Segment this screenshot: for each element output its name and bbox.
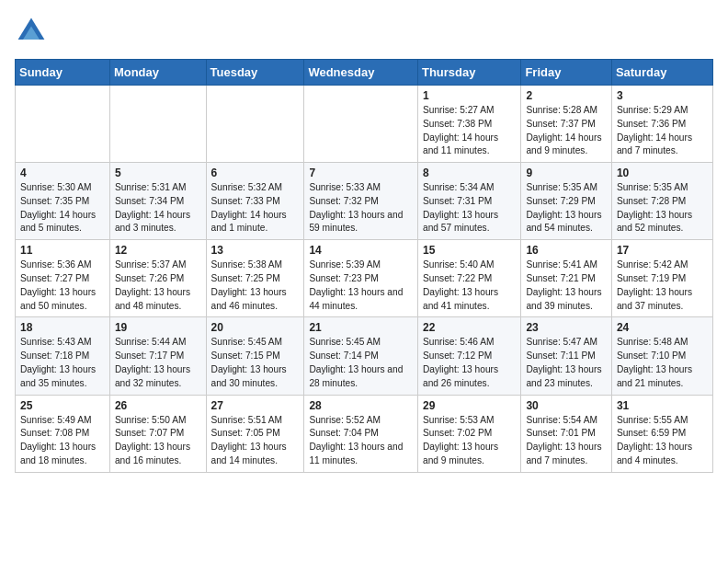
day-info: Sunrise: 5:49 AM Sunset: 7:08 PM Dayligh… [20,414,105,468]
header-saturday: Saturday [611,60,712,86]
day-info: Sunrise: 5:40 AM Sunset: 7:22 PM Dayligh… [423,259,516,313]
day-info: Sunrise: 5:38 AM Sunset: 7:25 PM Dayligh… [211,259,300,313]
day-info: Sunrise: 5:55 AM Sunset: 6:59 PM Dayligh… [617,414,708,468]
calendar-header-row: SundayMondayTuesdayWednesdayThursdayFrid… [16,60,713,86]
logo-icon [15,15,48,48]
calendar-cell: 28Sunrise: 5:52 AM Sunset: 7:04 PM Dayli… [304,395,418,472]
calendar-cell: 1Sunrise: 5:27 AM Sunset: 7:38 PM Daylig… [417,86,520,163]
day-number: 5 [115,167,201,179]
logo [15,15,53,48]
day-number: 26 [115,399,201,412]
calendar-cell: 15Sunrise: 5:40 AM Sunset: 7:22 PM Dayli… [417,240,520,317]
week-row-1: 1Sunrise: 5:27 AM Sunset: 7:38 PM Daylig… [16,86,713,163]
day-info: Sunrise: 5:42 AM Sunset: 7:19 PM Dayligh… [617,259,708,313]
day-number: 11 [20,244,105,257]
calendar-cell: 20Sunrise: 5:45 AM Sunset: 7:15 PM Dayli… [206,317,304,395]
day-info: Sunrise: 5:28 AM Sunset: 7:37 PM Dayligh… [526,104,606,158]
page-header [15,15,713,48]
day-number: 10 [617,167,708,179]
header-thursday: Thursday [417,60,520,86]
day-number: 2 [526,89,606,102]
day-info: Sunrise: 5:41 AM Sunset: 7:21 PM Dayligh… [526,259,606,313]
day-number: 25 [20,399,105,412]
day-number: 6 [211,167,300,179]
calendar-cell: 30Sunrise: 5:54 AM Sunset: 7:01 PM Dayli… [521,395,611,472]
calendar-cell: 7Sunrise: 5:33 AM Sunset: 7:32 PM Daylig… [304,163,418,240]
day-info: Sunrise: 5:39 AM Sunset: 7:23 PM Dayligh… [309,259,413,313]
calendar-cell: 12Sunrise: 5:37 AM Sunset: 7:26 PM Dayli… [109,240,206,317]
calendar-cell: 5Sunrise: 5:31 AM Sunset: 7:34 PM Daylig… [109,163,206,240]
day-number: 30 [526,399,606,412]
header-wednesday: Wednesday [304,60,418,86]
header-tuesday: Tuesday [206,60,304,86]
week-row-2: 4Sunrise: 5:30 AM Sunset: 7:35 PM Daylig… [16,163,713,240]
calendar-cell: 14Sunrise: 5:39 AM Sunset: 7:23 PM Dayli… [304,240,418,317]
day-info: Sunrise: 5:45 AM Sunset: 7:15 PM Dayligh… [211,336,300,390]
day-number: 8 [423,167,516,179]
calendar-cell [304,86,418,163]
calendar-cell: 24Sunrise: 5:48 AM Sunset: 7:10 PM Dayli… [611,317,712,395]
calendar-cell: 26Sunrise: 5:50 AM Sunset: 7:07 PM Dayli… [109,395,206,472]
day-info: Sunrise: 5:31 AM Sunset: 7:34 PM Dayligh… [115,181,201,236]
calendar-cell: 6Sunrise: 5:32 AM Sunset: 7:33 PM Daylig… [206,163,304,240]
calendar-cell: 22Sunrise: 5:46 AM Sunset: 7:12 PM Dayli… [417,317,520,395]
calendar-cell: 18Sunrise: 5:43 AM Sunset: 7:18 PM Dayli… [16,317,110,395]
day-number: 22 [423,321,516,334]
calendar-cell: 8Sunrise: 5:34 AM Sunset: 7:31 PM Daylig… [417,163,520,240]
calendar-cell: 16Sunrise: 5:41 AM Sunset: 7:21 PM Dayli… [521,240,611,317]
day-number: 20 [211,321,300,334]
day-info: Sunrise: 5:35 AM Sunset: 7:29 PM Dayligh… [526,181,606,236]
calendar-table: SundayMondayTuesdayWednesdayThursdayFrid… [15,59,713,473]
day-info: Sunrise: 5:27 AM Sunset: 7:38 PM Dayligh… [423,104,516,158]
calendar-cell: 17Sunrise: 5:42 AM Sunset: 7:19 PM Dayli… [611,240,712,317]
day-number: 27 [211,399,300,412]
day-info: Sunrise: 5:44 AM Sunset: 7:17 PM Dayligh… [115,336,201,390]
calendar-cell: 4Sunrise: 5:30 AM Sunset: 7:35 PM Daylig… [16,163,110,240]
calendar-cell: 29Sunrise: 5:53 AM Sunset: 7:02 PM Dayli… [417,395,520,472]
calendar-cell: 9Sunrise: 5:35 AM Sunset: 7:29 PM Daylig… [521,163,611,240]
calendar-cell: 19Sunrise: 5:44 AM Sunset: 7:17 PM Dayli… [109,317,206,395]
calendar-cell: 23Sunrise: 5:47 AM Sunset: 7:11 PM Dayli… [521,317,611,395]
day-info: Sunrise: 5:32 AM Sunset: 7:33 PM Dayligh… [211,181,300,236]
day-number: 14 [309,244,413,257]
day-number: 12 [115,244,201,257]
day-info: Sunrise: 5:53 AM Sunset: 7:02 PM Dayligh… [423,414,516,468]
calendar-cell: 3Sunrise: 5:29 AM Sunset: 7:36 PM Daylig… [611,86,712,163]
calendar-cell: 21Sunrise: 5:45 AM Sunset: 7:14 PM Dayli… [304,317,418,395]
day-info: Sunrise: 5:51 AM Sunset: 7:05 PM Dayligh… [211,414,300,468]
day-info: Sunrise: 5:47 AM Sunset: 7:11 PM Dayligh… [526,336,606,390]
day-number: 18 [20,321,105,334]
calendar-cell: 2Sunrise: 5:28 AM Sunset: 7:37 PM Daylig… [521,86,611,163]
day-number: 19 [115,321,201,334]
day-info: Sunrise: 5:35 AM Sunset: 7:28 PM Dayligh… [617,181,708,236]
day-number: 3 [617,89,708,102]
day-info: Sunrise: 5:34 AM Sunset: 7:31 PM Dayligh… [423,181,516,236]
day-number: 15 [423,244,516,257]
day-number: 13 [211,244,300,257]
day-number: 4 [20,167,105,179]
calendar-cell: 10Sunrise: 5:35 AM Sunset: 7:28 PM Dayli… [611,163,712,240]
calendar-cell: 13Sunrise: 5:38 AM Sunset: 7:25 PM Dayli… [206,240,304,317]
day-info: Sunrise: 5:50 AM Sunset: 7:07 PM Dayligh… [115,414,201,468]
week-row-3: 11Sunrise: 5:36 AM Sunset: 7:27 PM Dayli… [16,240,713,317]
day-number: 28 [309,399,413,412]
day-number: 17 [617,244,708,257]
day-number: 1 [423,89,516,102]
day-number: 7 [309,167,413,179]
day-info: Sunrise: 5:29 AM Sunset: 7:36 PM Dayligh… [617,104,708,158]
day-number: 16 [526,244,606,257]
day-info: Sunrise: 5:48 AM Sunset: 7:10 PM Dayligh… [617,336,708,390]
day-number: 23 [526,321,606,334]
day-number: 21 [309,321,413,334]
week-row-5: 25Sunrise: 5:49 AM Sunset: 7:08 PM Dayli… [16,395,713,472]
calendar-cell: 25Sunrise: 5:49 AM Sunset: 7:08 PM Dayli… [16,395,110,472]
header-friday: Friday [521,60,611,86]
calendar-cell: 27Sunrise: 5:51 AM Sunset: 7:05 PM Dayli… [206,395,304,472]
week-row-4: 18Sunrise: 5:43 AM Sunset: 7:18 PM Dayli… [16,317,713,395]
calendar-cell [206,86,304,163]
day-info: Sunrise: 5:43 AM Sunset: 7:18 PM Dayligh… [20,336,105,390]
day-info: Sunrise: 5:45 AM Sunset: 7:14 PM Dayligh… [309,336,413,390]
day-number: 24 [617,321,708,334]
calendar-cell [109,86,206,163]
day-info: Sunrise: 5:54 AM Sunset: 7:01 PM Dayligh… [526,414,606,468]
